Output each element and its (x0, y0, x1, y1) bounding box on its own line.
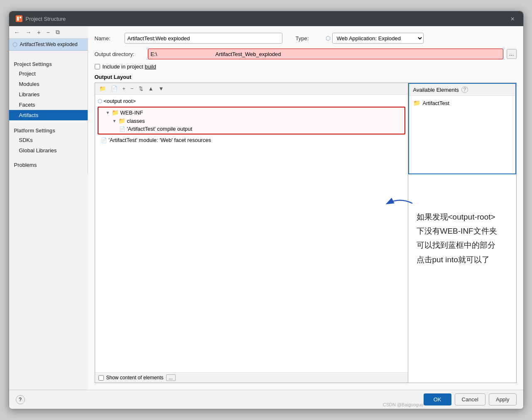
type-icon: ⬡ (326, 35, 331, 42)
annotation-line3: 可以找到蓝框中的部分 (417, 238, 508, 252)
sidebar-item-libraries[interactable]: Libraries (9, 89, 88, 100)
avail-item-artifacttest[interactable]: 📁 ArtifactTest (412, 98, 513, 107)
show-content-checkbox[interactable] (98, 375, 104, 381)
annotation-line1: 如果发现<output-root> (417, 210, 508, 224)
include-checkbox-row: Include in project build (95, 63, 517, 70)
file-tool-btn[interactable]: 📄 (109, 85, 119, 93)
web-inf-group: ▼ 📁 WEB-INF ▼ 📁 classes (98, 107, 405, 134)
add-artifact-btn[interactable]: + (36, 28, 42, 37)
remove-tool-btn[interactable]: − (129, 85, 135, 93)
ok-button[interactable]: OK (424, 393, 451, 405)
type-label: Type: (296, 35, 321, 42)
sidebar: Project Settings Project Modules Librari… (9, 51, 88, 174)
copy-artifact-btn[interactable]: ⧉ (54, 28, 61, 37)
svg-rect-2 (20, 17, 21, 18)
file-facet-icon: 📄 (101, 137, 107, 143)
intellij-icon (16, 15, 22, 22)
browse-icon: … (509, 51, 514, 57)
bottom-right: OK Cancel Apply (424, 393, 517, 405)
apply-button[interactable]: Apply (489, 393, 517, 405)
tree-facet-resources-item[interactable]: 📄 'ArtifactTest' module: 'Web' facet res… (98, 136, 405, 144)
help-btn[interactable]: ? (16, 395, 25, 404)
sidebar-item-global-libraries[interactable]: Global Libraries (9, 145, 88, 156)
remove-artifact-btn[interactable]: − (45, 28, 51, 37)
more-btn[interactable]: ... (166, 374, 176, 381)
file-compile-icon: 📄 (119, 126, 125, 132)
available-header: Available Elements ? (409, 84, 515, 96)
tree-toolbar: 📁 📄 + − ⇅ ▲ ▼ (95, 83, 408, 95)
sidebar-item-problems[interactable]: Problems (9, 160, 88, 170)
tree-root-label: <output root> (104, 98, 136, 104)
sidebar-item-project[interactable]: Project (9, 68, 88, 79)
tree-webinf-item[interactable]: ▼ 📁 WEB-INF (99, 108, 404, 117)
platform-settings-section: Platform Settings (9, 125, 88, 135)
tree-compile-output-item[interactable]: 📄 'ArtifactTest' compile output (99, 125, 404, 133)
nav-back-btn[interactable]: ← (12, 28, 22, 37)
expand-arrow-classes: ▼ (113, 119, 117, 123)
artifact-entry[interactable]: ⬡ ArtifactTest:Web exploded (9, 39, 88, 51)
output-dir-row: Output directory: … (95, 49, 517, 59)
dialog-title: Project Structure (26, 16, 66, 22)
bottom-left: ? (16, 395, 25, 404)
up-tool-btn[interactable]: ▲ (147, 85, 155, 93)
bottom-bar: ? CSDN @Baiguoguo OK Cancel Apply (9, 390, 523, 409)
browse-dir-btn[interactable]: … (507, 49, 517, 59)
annotation-line4: 点击put into就可以了 (417, 253, 508, 267)
right-side-panels: Available Elements ? 📁 ArtifactTest (408, 83, 516, 383)
svg-rect-1 (17, 17, 19, 21)
sort-tool-btn[interactable]: ⇅ (137, 85, 145, 93)
project-settings-section: Project Settings (9, 59, 88, 68)
available-header-text: Available Elements (413, 87, 459, 93)
title-bar-left: Project Structure (16, 15, 66, 22)
available-elements-panel: Available Elements ? 📁 ArtifactTest (408, 83, 516, 174)
sidebar-item-modules[interactable]: Modules (9, 79, 88, 89)
name-label: Name: (95, 35, 120, 42)
right-panel: Name: Type: ⬡ Web Application: Exploded … (88, 26, 523, 390)
available-help-icon[interactable]: ? (461, 86, 468, 93)
folder-avail-icon: 📁 (413, 100, 420, 106)
add-tool-btn[interactable]: + (121, 85, 127, 93)
left-panel: ← → + − ⧉ ⬡ ArtifactTest:Web exploded Pr… (9, 26, 88, 390)
artifact-small-icon: ⬡ (98, 98, 102, 104)
tree-root-item[interactable]: ⬡ <output root> (98, 97, 405, 105)
annotation-area: 如果发现<output-root> 下没有WEB-INF文件夹 可以找到蓝框中的… (408, 174, 516, 383)
name-type-row: Name: Type: ⬡ Web Application: Exploded (95, 33, 517, 44)
name-input[interactable] (125, 33, 282, 44)
layout-tree: ⬡ <output root> ▼ 📁 WEB-INF (95, 95, 408, 372)
annotation-text: 如果发现<output-root> 下没有WEB-INF文件夹 可以找到蓝框中的… (412, 203, 512, 273)
include-checkbox[interactable] (95, 64, 100, 69)
svg-rect-0 (16, 15, 22, 22)
folder-tool-btn[interactable]: 📁 (98, 85, 108, 93)
layout-area: 📁 📄 + − ⇅ ▲ ▼ ⬡ <output root> (95, 83, 517, 383)
include-build-label: build (145, 63, 156, 70)
sidebar-item-artifacts[interactable]: Artifacts (9, 110, 88, 120)
project-structure-dialog: Project Structure × ← → + − ⧉ ⬡ Artifact… (9, 11, 524, 409)
tree-facet-resources-label: 'ArtifactTest' module: 'Web' facet resou… (109, 137, 211, 143)
nav-forward-btn[interactable]: → (24, 28, 33, 37)
main-content: ← → + − ⧉ ⬡ ArtifactTest:Web exploded Pr… (9, 26, 523, 390)
layout-tree-panel: 📁 📄 + − ⇅ ▲ ▼ ⬡ <output root> (95, 83, 408, 383)
sidebar-item-sdks[interactable]: SDKs (9, 135, 88, 145)
tree-webinf-label: WEB-INF (120, 110, 143, 116)
blue-arrow (383, 195, 417, 213)
expand-arrow-webinf: ▼ (106, 110, 110, 115)
down-tool-btn[interactable]: ▼ (157, 85, 166, 93)
artifact-icon: ⬡ (12, 41, 17, 48)
close-icon[interactable]: × (511, 16, 517, 22)
avail-item-label: ArtifactTest (423, 100, 449, 106)
available-list: 📁 ArtifactTest (409, 96, 515, 173)
type-select[interactable]: Web Application: Exploded (332, 33, 424, 44)
cancel-button[interactable]: Cancel (455, 393, 485, 405)
folder-webinf-icon: 📁 (112, 109, 119, 116)
tree-classes-label: classes (127, 118, 145, 124)
folder-classes-icon: 📁 (118, 117, 125, 124)
show-content-label[interactable]: Show content of elements (106, 375, 164, 381)
tree-classes-item[interactable]: ▼ 📁 classes (99, 117, 404, 125)
sidebar-item-facets[interactable]: Facets (9, 100, 88, 110)
title-bar: Project Structure × (9, 11, 523, 26)
annotation-line2: 下没有WEB-INF文件夹 (417, 224, 508, 238)
watermark: CSDN @Baiguoguo (383, 402, 424, 407)
output-dir-label: Output directory: (95, 51, 145, 57)
include-label[interactable]: Include in project build (103, 63, 156, 70)
output-dir-input[interactable] (148, 49, 503, 59)
